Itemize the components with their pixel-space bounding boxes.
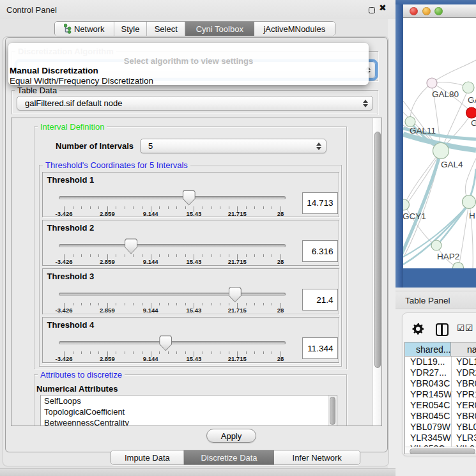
vertical-scrollbar[interactable]	[372, 118, 381, 426]
tab-infer-network[interactable]: Infer Network	[274, 450, 360, 464]
slider-tick	[159, 254, 160, 257]
dropdown-item-equal-width[interactable]: Equal Width/Frequency Discretization	[10, 76, 153, 86]
threshold-value-field[interactable]: 14.713	[302, 192, 338, 214]
gear-icon[interactable]	[412, 323, 424, 335]
table-row[interactable]: YBR043CYBR0	[405, 378, 476, 389]
slider-thumb[interactable]	[159, 335, 172, 351]
slider-thumb[interactable]	[125, 238, 137, 254]
cell-shared-name[interactable]: YBR045C	[410, 411, 450, 422]
column-divider	[451, 357, 452, 447]
network-node[interactable]	[433, 143, 449, 159]
threshold-panel-1: Threshold 1-3.4262.8599.14415.4321.71528…	[42, 172, 339, 218]
cell-name[interactable]: YPR1	[456, 389, 476, 400]
slider-tick	[73, 254, 73, 257]
tab-style[interactable]: Style	[114, 22, 148, 36]
node-label: GAL11	[410, 126, 436, 135]
slider-tick-label: 15.43	[187, 210, 202, 217]
table-data-combobox[interactable]: galFiltered.sif default node	[17, 96, 373, 111]
network-node[interactable]	[463, 196, 476, 209]
attributes-group-label: Attributes to discretize	[38, 370, 125, 380]
table-panel-body: ☑ ☑ shared... na YDL19...YDL1YDR27...YDR…	[395, 309, 476, 476]
slider-track[interactable]	[59, 196, 286, 199]
table-row[interactable]: YDR27...YDR2	[405, 367, 476, 378]
list-scrollbar-thumb[interactable]	[330, 397, 335, 425]
network-node[interactable]	[431, 240, 441, 250]
table-row[interactable]: YBL079WYBL0	[405, 422, 476, 433]
network-canvas[interactable]: GAL80 GA G GAL11 GAL4 GCY1 H HAP2	[403, 18, 476, 268]
network-node[interactable]	[403, 199, 410, 210]
slider-tick	[81, 303, 82, 305]
slider-tick-label: 9.144	[143, 307, 158, 314]
column-header-shared-name[interactable]: shared...	[405, 342, 451, 357]
column-layout-icon[interactable]	[436, 323, 449, 336]
tab-jactivemnodules[interactable]: jActiveMNodules	[254, 22, 335, 36]
float-window-icon[interactable]	[369, 7, 375, 13]
slider-tick	[142, 351, 142, 354]
network-node[interactable]	[453, 263, 464, 269]
tab-network[interactable]: Network	[55, 22, 114, 36]
minimize-traffic-light-icon[interactable]	[422, 7, 431, 15]
cell-name[interactable]: YBR0	[456, 411, 476, 422]
slider-tick-label: 15.43	[187, 258, 202, 265]
table-row[interactable]: YER054CYER0	[405, 400, 476, 411]
zoom-traffic-light-icon[interactable]	[434, 7, 443, 15]
checkbox-icon[interactable]: ☑	[465, 323, 473, 332]
table-row[interactable]: YPR145WYPR1	[405, 389, 476, 400]
tab-discretize-data[interactable]: Discretize Data	[184, 450, 275, 464]
cell-name[interactable]: YLR3	[456, 433, 476, 443]
tab-select[interactable]: Select	[147, 22, 185, 36]
checkbox-icon[interactable]: ☑	[457, 323, 465, 332]
attribute-list-item[interactable]: BetweennessCentrality	[41, 417, 337, 426]
dropdown-item-manual-discretization[interactable]: Manual Discretization	[10, 66, 98, 75]
horizontal-scrollbar[interactable]	[405, 447, 476, 454]
dropdown-prompt-item[interactable]: Select algorithm to view settings	[8, 56, 369, 66]
tab-impute-data[interactable]: Impute Data	[111, 450, 184, 464]
cell-shared-name[interactable]: YBL079W	[410, 422, 450, 433]
numerical-attributes-list[interactable]: SelfLoopsTopologicalCoefficientBetweenne…	[40, 395, 337, 426]
cell-shared-name[interactable]: YDL19...	[410, 357, 445, 367]
cell-shared-name[interactable]: YBR043C	[410, 378, 450, 389]
cell-shared-name[interactable]: YPR145W	[410, 389, 452, 400]
network-graph: GAL80 GA G GAL11 GAL4 GCY1 H HAP2	[403, 18, 476, 268]
cell-name[interactable]: YBL0	[456, 422, 476, 433]
table-row[interactable]: YBR045CYBR0	[405, 411, 476, 422]
table-row[interactable]: YLR345WYLR3	[405, 433, 476, 443]
slider-track[interactable]	[59, 244, 286, 247]
attribute-list-item[interactable]: TopologicalCoefficient	[41, 406, 337, 417]
threshold-label: Threshold 4	[47, 320, 95, 330]
tab-cyni-toolbox[interactable]: Cyni Toolbox	[185, 22, 254, 36]
list-scrollbar[interactable]	[328, 395, 337, 426]
slider-thumb[interactable]	[229, 287, 242, 302]
cell-name[interactable]: YDL1	[456, 357, 476, 367]
cell-name[interactable]: YBR0	[456, 378, 476, 389]
close-traffic-light-icon[interactable]	[410, 7, 418, 15]
slider-thumb[interactable]	[183, 190, 196, 206]
slider-tick	[73, 206, 73, 209]
network-node-red[interactable]	[466, 107, 476, 118]
slider-track[interactable]	[59, 293, 286, 296]
slider-tick	[81, 206, 82, 209]
cell-name[interactable]: YDR2	[456, 367, 476, 378]
cell-shared-name[interactable]: YER054C	[410, 400, 450, 411]
horizontal-scrollbar-thumb[interactable]	[410, 449, 475, 454]
apply-button-label: Apply	[221, 431, 242, 441]
table-row[interactable]: YDL19...YDL1	[405, 357, 476, 367]
cell-name[interactable]: YER0	[456, 400, 476, 411]
threshold-value-field[interactable]: 6.316	[302, 240, 338, 262]
attribute-list-item[interactable]: SelfLoops	[41, 395, 337, 406]
slider-tick	[90, 254, 91, 257]
network-node[interactable]	[463, 82, 474, 93]
threshold-value-field[interactable]: 11.344	[302, 337, 338, 359]
slider-tick	[116, 303, 116, 305]
cell-shared-name[interactable]: YDR27...	[410, 367, 447, 378]
cell-shared-name[interactable]: YLR345W	[410, 433, 451, 443]
threshold-value-field[interactable]: 21.4	[302, 289, 338, 311]
slider-tick	[229, 254, 229, 257]
close-icon[interactable]: ✖	[379, 3, 387, 13]
slider-tick	[220, 351, 220, 354]
network-node[interactable]	[427, 78, 437, 88]
intervals-combobox[interactable]: 5	[140, 139, 326, 153]
vertical-scrollbar-thumb[interactable]	[374, 132, 381, 368]
apply-button[interactable]: Apply	[206, 429, 256, 443]
column-header-name[interactable]: na	[451, 342, 476, 357]
